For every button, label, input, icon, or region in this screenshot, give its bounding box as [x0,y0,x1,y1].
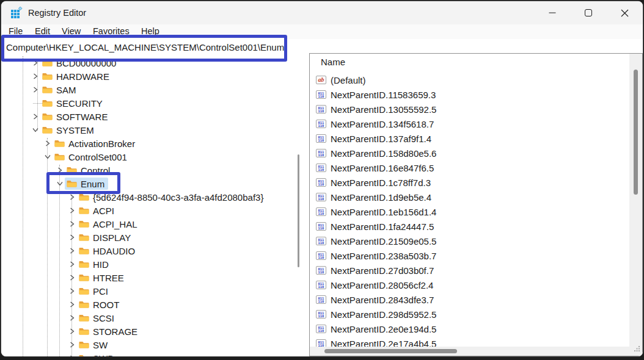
value-row[interactable]: 011110NextParentID.28056cf2.4 [316,278,433,292]
no-chevron [31,98,40,108]
value-row[interactable]: 011110NextParentID.238a503b.7 [316,248,436,263]
tree-item-storage[interactable]: STORAGE [1,325,308,338]
value-row[interactable]: 011110NextParentID.27d03b0f.7 [316,263,434,278]
tree-vertical-scrollbar-thumb[interactable] [298,154,299,267]
menu-item-favorites[interactable]: Favorites [93,26,130,36]
chevron-right-icon[interactable] [67,246,77,256]
tree-item-activationbroker[interactable]: ActivationBroker [1,137,308,150]
chevron-right-icon [69,341,75,348]
tree-item-htree[interactable]: HTREE [1,271,308,284]
tree-item-label: ACPI_HAL [93,219,137,229]
tree-item-bcd00000000[interactable]: BCD00000000 [1,56,308,70]
values-vertical-scrollbar-thumb[interactable] [634,70,638,195]
chevron-right-icon[interactable] [67,313,77,323]
chevron-right-icon[interactable] [67,273,77,283]
chevron-down-icon[interactable] [31,125,40,135]
value-row[interactable]: 011110NextParentID.137af9f1.4 [316,131,431,146]
value-name: NextParentID.2e0e194d.5 [331,324,436,334]
minimize-button[interactable] [535,1,570,24]
chevron-right-icon[interactable] [67,340,77,350]
folder-icon [79,287,89,295]
chevron-down-icon[interactable] [55,179,65,189]
value-row[interactable]: ab(Default) [316,73,366,87]
value-row[interactable]: 011110NextParentID.134f5618.7 [316,117,434,131]
tree-item-pci[interactable]: PCI [1,284,308,298]
tree-item-root[interactable]: ROOT [1,298,308,311]
menu-item-view[interactable]: View [62,26,81,36]
tree-item-hid[interactable]: HID [1,257,308,271]
menu-item-file[interactable]: File [9,26,23,36]
title-bar: Registry Editor [1,1,643,24]
chevron-right-icon[interactable] [67,259,77,269]
menu-item-edit[interactable]: Edit [35,26,50,36]
chevron-right-icon[interactable] [67,326,77,336]
tree-item-controlset001[interactable]: ControlSet001 [1,150,308,164]
menu-bar: File Edit View Favorites Help [1,24,643,39]
tree-item-label: DISPLAY [93,232,131,243]
value-row[interactable]: 011110NextParentID.1eb156d1.4 [316,204,436,219]
binary-value-icon: 011110 [316,251,326,260]
value-row[interactable]: 011110NextParentID.21509e05.5 [316,234,436,248]
values-horizontal-scrollbar[interactable] [310,347,631,356]
value-row[interactable]: 011110NextParentID.13055592.5 [316,102,436,117]
chevron-right-icon[interactable] [67,192,77,202]
folder-icon [79,314,89,322]
tree-item-security[interactable]: SECURITY [1,96,308,110]
values-horizontal-scrollbar-thumb[interactable] [324,349,457,353]
value-name: NextParentID.16e847f6.5 [331,163,434,173]
value-row[interactable]: 011110NextParentID.158d80e5.6 [316,146,436,160]
chevron-right-icon[interactable] [67,286,77,296]
chevron-right-icon[interactable] [31,85,40,95]
resize-grip[interactable] [634,344,640,355]
tree-item-label: ActivationBroker [68,139,135,149]
chevron-down-icon [44,154,51,160]
tree-item-swd[interactable]: SWD [1,351,308,356]
value-row[interactable]: 011110NextParentID.16e847f6.5 [316,160,434,175]
tree-item-control[interactable]: Control [1,164,308,177]
tree-item-sam[interactable]: SAM [1,83,308,96]
tree-item-label: SCSI [93,313,114,323]
chevron-right-icon[interactable] [31,58,40,68]
binary-value-icon: 011110 [316,325,326,333]
tree-item-acpi-hal[interactable]: ACPI_HAL [1,217,308,231]
value-row[interactable]: 011110NextParentID.1fa24447.5 [316,219,434,234]
tree-item-display[interactable]: DISPLAY [1,231,308,244]
tree-item-sw[interactable]: SW [1,338,308,351]
folder-icon [42,59,53,67]
tree-item-acpi[interactable]: ACPI [1,204,308,217]
maximize-button[interactable] [571,1,606,24]
chevron-right-icon [69,314,75,322]
tree-item-hdaudio[interactable]: HDAUDIO [1,244,308,257]
value-row[interactable]: 011110NextParentID.2e0e194d.5 [316,322,436,336]
value-row[interactable]: 011110NextParentID.1d9eb5e.4 [316,190,431,204]
chevron-right-icon[interactable] [31,71,40,81]
tree-item-software[interactable]: SOFTWARE [1,110,308,123]
tree-item-content: ActivationBroker [53,137,139,149]
value-row[interactable]: 011110NextParentID.298d5952.5 [316,307,436,322]
chevron-right-icon[interactable] [55,165,65,175]
folder-icon [79,206,89,215]
chevron-right-icon[interactable] [67,300,77,309]
chevron-right-icon[interactable] [67,353,77,356]
tree-item--5d624f94-8850-40c3-a3fa-a4fd2080baf3-[interactable]: {5d624f94-8850-40c3-a3fa-a4fd2080baf3} [1,190,308,204]
values-vertical-scrollbar[interactable] [629,54,642,356]
close-button[interactable] [607,1,643,24]
chevron-right-icon[interactable] [67,219,77,229]
chevron-right-icon[interactable] [43,139,53,148]
chevron-right-icon[interactable] [67,206,77,215]
value-row[interactable]: 011110NextParentID.1c78ff7d.3 [316,175,431,190]
value-row[interactable]: 011110NextParentID.11583659.3 [316,87,436,102]
chevron-down-icon[interactable] [43,152,53,162]
chevron-right-icon[interactable] [31,112,40,121]
value-row[interactable]: 011110NextParentID.2843dfe3.7 [316,292,434,307]
tree-item-scsi[interactable]: SCSI [1,311,308,325]
folder-icon [79,233,89,242]
registry-tree-pane: BCD00000000HARDWARESAMSECURITYSOFTWARESY… [1,56,308,356]
column-header-name[interactable]: Name [321,57,345,67]
tree-item-enum[interactable]: Enum [1,177,308,190]
menu-item-help[interactable]: Help [141,26,159,36]
tree-item-hardware[interactable]: HARDWARE [1,70,308,83]
binary-value-icon: 011110 [316,164,326,172]
chevron-right-icon[interactable] [67,232,77,242]
tree-item-system[interactable]: SYSTEM [1,123,308,137]
